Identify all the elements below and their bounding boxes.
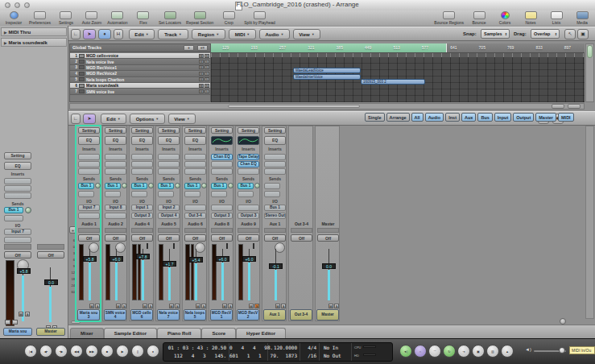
autopunch-icon[interactable]: ⌒ [428,345,441,358]
strip-name-tag[interactable]: Out 3-4 [290,309,312,321]
insert-slot[interactable] [105,161,126,168]
automation-mode-button[interactable]: Off [317,234,339,242]
mute-button[interactable]: M [116,304,121,308]
mute-button[interactable]: M [199,54,204,58]
input-slot[interactable]: Bus 1 [264,205,286,211]
arrange-menu-track[interactable]: Track▼ [158,29,188,39]
secondary-tool-button[interactable]: ▣ [577,29,589,39]
solo-button[interactable]: S [205,89,209,93]
mute-button[interactable]: M [328,304,333,308]
track-name[interactable]: MGD cello+voice [86,53,199,58]
solo-button[interactable]: S [205,72,209,76]
mute-button[interactable]: M [199,65,204,69]
automation-mode-button[interactable]: Off [238,234,259,242]
replace-icon[interactable]: ▣ [472,345,485,358]
send-knob[interactable] [25,207,31,213]
eq-display[interactable]: EQ [158,136,180,145]
toolbar-button-inspector[interactable]: Inspector [3,11,24,25]
setting-button[interactable]: Setting [238,127,259,134]
group-slot[interactable] [238,228,259,233]
solo-button[interactable]: S [205,65,209,69]
fader[interactable] [221,263,224,300]
send-slot[interactable]: Bus 1 [184,183,200,189]
input-slot[interactable]: Input 2 [158,205,180,211]
insert-slot[interactable] [264,154,286,160]
output-slot[interactable] [105,213,126,219]
go-to-left-locator-icon[interactable]: ◀• [39,345,52,358]
setting-button[interactable]: Setting [158,127,180,134]
insert-slot[interactable] [184,154,206,160]
insert-slot[interactable] [238,168,259,175]
track-row-mgd-recvoice2[interactable]: 4MGD RecVoice2MS [70,71,210,77]
fader[interactable] [275,270,277,300]
setting-button[interactable]: Setting [4,152,31,159]
solo-button[interactable]: S [122,304,126,308]
strip-name-tag[interactable]: Master [316,309,339,321]
output-slot[interactable]: Output 3 [131,213,153,219]
automation-mode-button[interactable]: Off [291,234,312,242]
mute-button[interactable]: M [199,89,204,93]
mixer-menu-edit[interactable]: Edit▼ [101,114,126,124]
go-to-beginning-icon[interactable]: |◀ [24,345,37,358]
filter-inst[interactable]: Inst [445,113,460,122]
mute-button[interactable]: M [89,304,94,308]
insert-slot[interactable] [264,168,286,175]
automation-mode-button[interactable]: Off [131,234,153,242]
send-slot[interactable] [105,191,121,197]
pointer-tool-icon[interactable]: ➤ [83,114,96,124]
software-monitoring-icon[interactable]: ◄) [399,345,412,358]
track-row-nela-loops-charlton[interactable]: 5Nela loops CharltonMS [70,77,210,83]
send-slot[interactable] [131,191,147,197]
strip-name-tag[interactable]: Nela loops5 [184,309,206,321]
eq-display[interactable] [238,136,259,145]
send-slot[interactable]: Bus 1 [105,183,121,189]
arrange-menu-view[interactable]: View▼ [293,29,320,39]
inspector-panel-midi-thru[interactable]: ▶MIDI Thru [1,27,67,36]
output-slot[interactable]: Out 3-4 [184,213,206,219]
filter-bus[interactable]: Bus [477,113,492,122]
add-track-button[interactable]: + [184,45,194,51]
headphones-icon[interactable]: ∩ [414,345,427,358]
region-maedaleadvoice[interactable]: MaedaLeadVoice [293,68,361,73]
automation-mode-button[interactable]: Off [264,234,286,242]
lcd-locators[interactable]: 0 4 4 98. 601 1 1 79. [229,343,268,361]
send-knob[interactable] [122,183,127,188]
track-row-maria-soundwalk[interactable]: 6Maria soundwalkMS [70,83,210,89]
link-mode-icon[interactable]: ∟ [71,29,81,39]
arrange-menu-audio[interactable]: Audio▼ [259,29,290,39]
strip-name-tag[interactable]: Aux 1 [263,309,286,321]
region-160915-003-2[interactable]: 160915_003 2 [361,79,425,85]
filter-all[interactable]: All [411,113,424,122]
eq-display[interactable]: EQ [264,136,286,145]
input-monitor-button[interactable] [5,320,10,325]
output-slot[interactable] [4,237,31,243]
mute-button[interactable]: M [199,72,204,76]
h-zoom-slider[interactable] [552,104,564,109]
eq-display[interactable]: EQ [4,162,31,170]
insert-slot[interactable] [4,192,31,199]
toolbar-button-crop[interactable]: Crop [218,11,239,25]
send-knob[interactable] [254,183,260,188]
solo-button[interactable]: S [334,304,339,308]
insert-slot[interactable]: Tape Delay [238,154,259,160]
vertical-scrollbar[interactable] [585,43,594,102]
send-slot[interactable] [78,191,94,197]
toolbar-button-auto-zoom[interactable]: Auto Zoom [81,11,102,25]
group-slot[interactable] [317,228,339,233]
metronome-icon[interactable]: ▲ [501,345,514,358]
output-slot[interactable]: Stereo Out [264,213,286,219]
forward-icon[interactable]: ▶▶ [85,345,98,358]
insert-slot[interactable] [158,154,180,160]
strip-name-tag[interactable]: Maria sou [3,328,32,336]
strip-name-tag[interactable]: Nela voice7 [157,309,180,321]
send-slot[interactable]: Bus 1 [158,183,174,189]
toolbar-button-automation[interactable]: Automation [107,11,128,25]
arrange-menu-midi[interactable]: MIDI▼ [229,29,256,39]
insert-slot[interactable] [184,168,206,175]
mute-button[interactable]: M [169,304,174,308]
send-slot[interactable]: Bus 1 [4,207,23,213]
bar-ruler[interactable]: 129193257321385449513577641705769833897 [211,43,585,53]
filter-single[interactable]: Single [365,113,385,122]
mixer-scrollbar[interactable] [585,126,594,319]
filter-master[interactable]: Master [535,113,556,122]
